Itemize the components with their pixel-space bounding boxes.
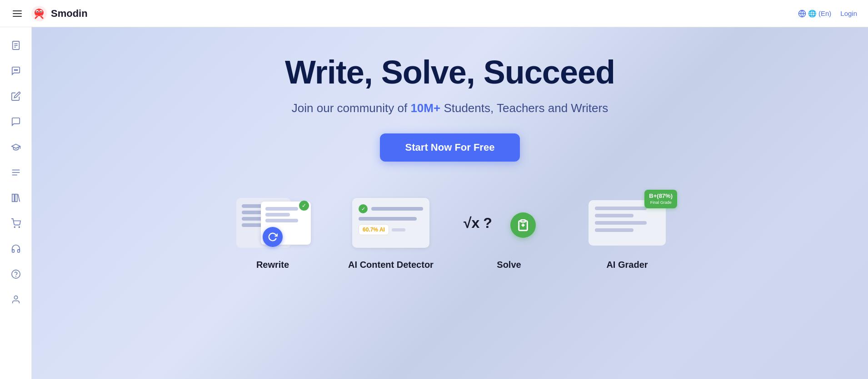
svg-rect-17	[12, 194, 14, 202]
sidebar-item-content[interactable]	[5, 162, 27, 183]
subtitle-prefix: Join our community of	[292, 101, 411, 115]
rewrite-label: Rewrite	[256, 260, 289, 270]
grader-illustration: B+(87%) Final Grade	[582, 193, 673, 252]
svg-point-11	[14, 69, 15, 70]
ai-grader-label: AI Grader	[606, 260, 648, 270]
sidebar-item-document[interactable]	[5, 34, 27, 56]
header-right: 🌐 (En) Login	[798, 10, 857, 18]
math-expression: √x ?	[464, 215, 492, 231]
sidebar-item-library[interactable]	[5, 187, 27, 209]
header: Smodin 🌐 (En) Login	[0, 0, 868, 27]
hero-title: Write, Solve, Succeed	[285, 54, 615, 90]
header-left: Smodin	[11, 5, 88, 22]
sidebar-item-support[interactable]	[5, 238, 27, 260]
logo-icon	[31, 5, 47, 22]
rewrite-refresh	[263, 227, 283, 247]
layout: Write, Solve, Succeed Join our community…	[0, 27, 868, 379]
hero-subtitle: Join our community of 10M+ Students, Tea…	[285, 101, 615, 115]
hero-section: Write, Solve, Succeed Join our community…	[285, 54, 615, 162]
svg-rect-18	[15, 194, 17, 202]
logo-area: Smodin	[31, 5, 88, 22]
rewrite-illustration: ✓	[227, 193, 318, 252]
features-row: ✓ Rewrite ✓	[227, 193, 673, 270]
sidebar	[0, 27, 32, 379]
svg-point-5	[40, 11, 42, 12]
main-content: Write, Solve, Succeed Join our community…	[32, 27, 868, 379]
detector-check-icon: ✓	[359, 204, 368, 213]
sidebar-item-message[interactable]	[5, 111, 27, 133]
ai-percentage-badge: 60.7% AI	[359, 224, 389, 235]
feature-ai-grader: B+(87%) Final Grade AI Grader	[582, 193, 673, 270]
subtitle-highlight: 10M+	[410, 101, 440, 115]
grade-badge: B+(87%) Final Grade	[644, 190, 677, 208]
solve-illustration: √x ?	[464, 193, 554, 252]
detector-card: ✓ 60.7% AI	[352, 198, 429, 248]
feature-ai-detector: ✓ 60.7% AI AI Content Detector	[345, 193, 436, 270]
clipboard-icon	[517, 219, 529, 231]
start-now-button[interactable]: Start Now For Free	[380, 133, 520, 162]
sidebar-item-profile[interactable]	[5, 289, 27, 310]
svg-point-19	[14, 226, 15, 227]
login-button[interactable]: Login	[840, 10, 857, 17]
ai-detector-label: AI Content Detector	[348, 260, 434, 270]
svg-point-12	[15, 69, 16, 70]
feature-rewrite: ✓ Rewrite	[227, 193, 318, 270]
feature-solve: √x ? Solve	[464, 193, 554, 270]
sidebar-item-help[interactable]	[5, 263, 27, 285]
sidebar-item-shop[interactable]	[5, 212, 27, 234]
hamburger-menu[interactable]	[11, 9, 24, 19]
logo-text: Smodin	[51, 8, 88, 20]
detector-illustration: ✓ 60.7% AI	[345, 193, 436, 252]
sidebar-item-write[interactable]	[5, 85, 27, 107]
svg-point-21	[11, 270, 20, 278]
solve-check-circle	[510, 212, 536, 238]
language-button[interactable]: 🌐 (En)	[798, 10, 832, 18]
subtitle-suffix: Students, Teachers and Writers	[440, 101, 608, 115]
svg-point-1	[35, 9, 44, 17]
svg-point-23	[14, 296, 17, 299]
solve-label: Solve	[497, 260, 521, 270]
svg-point-13	[16, 69, 17, 70]
sidebar-item-chat[interactable]	[5, 60, 27, 82]
svg-point-20	[19, 226, 20, 227]
sidebar-item-education[interactable]	[5, 136, 27, 158]
svg-rect-24	[521, 220, 525, 222]
translate-icon	[798, 10, 806, 18]
svg-point-4	[37, 11, 38, 12]
